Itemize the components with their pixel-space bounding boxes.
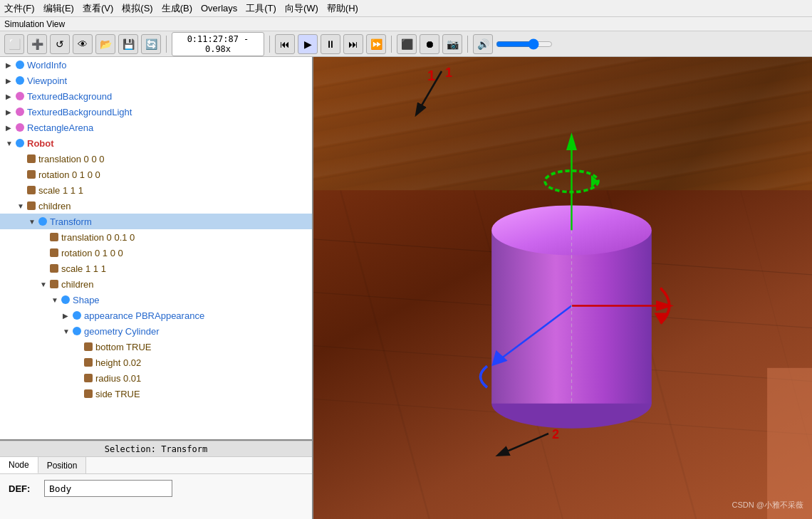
- selection-label: Selection: Transform: [0, 441, 312, 457]
- svg-text:1: 1: [445, 65, 452, 80]
- arrow-texturedbg: ▶: [6, 93, 14, 100]
- tree-robot[interactable]: ▼ Robot: [0, 135, 312, 151]
- properties-panel: Selection: Transform Node Position DEF:: [0, 441, 312, 519]
- tree-viewpoint[interactable]: ▶ Viewpoint: [0, 73, 312, 88]
- tb-add-btn[interactable]: ➕: [27, 34, 47, 54]
- label-children2: children: [61, 279, 94, 290]
- tree-children[interactable]: ▼ children: [0, 198, 312, 214]
- arrow-geometry: ▼: [63, 327, 71, 335]
- dot-scale2: [50, 264, 58, 273]
- tree-bottom[interactable]: bottom TRUE: [0, 339, 312, 355]
- tree-children2[interactable]: ▼ children: [0, 276, 312, 292]
- tb-reload-btn[interactable]: 🔄: [141, 34, 161, 54]
- dot-side: [84, 389, 93, 398]
- menu-file[interactable]: 文件(F): [4, 2, 35, 15]
- menu-tools[interactable]: 工具(T): [246, 2, 276, 15]
- tb-pause-btn[interactable]: ⏸: [321, 34, 340, 54]
- tree-scale2[interactable]: scale 1 1 1: [0, 261, 312, 276]
- tb-forward-btn[interactable]: ⏭: [343, 34, 363, 54]
- tab-node[interactable]: Node: [0, 457, 38, 473]
- dot-viewpoint: [16, 76, 24, 85]
- label-texturedbg: TexturedBackground: [27, 91, 112, 102]
- menu-overlays[interactable]: Overlays: [201, 3, 237, 14]
- svg-marker-14: [566, 132, 577, 150]
- tree-texturedbg[interactable]: ▶ TexturedBackground: [0, 88, 312, 104]
- menu-edit[interactable]: 编辑(E): [43, 2, 74, 15]
- tb-open-btn[interactable]: 📂: [95, 34, 115, 54]
- label-children: children: [38, 201, 71, 211]
- menu-view[interactable]: 查看(V): [83, 2, 113, 15]
- tree-radius[interactable]: radius 0.01: [0, 370, 312, 386]
- sep1: [166, 36, 167, 53]
- tb-rewind-btn[interactable]: ⏮: [275, 34, 295, 54]
- dot-texturedbglight: [16, 108, 24, 116]
- dot-geometry: [73, 327, 81, 335]
- label-translation000: translation 0 0 0: [38, 154, 105, 164]
- tree-rectanglearena[interactable]: ▶ RectangleArena: [0, 120, 312, 135]
- dot-bottom: [84, 342, 93, 351]
- tree-rot2[interactable]: rotation 0 1 0 0: [0, 245, 312, 261]
- dot-height: [84, 358, 93, 367]
- tb-screenshot-btn[interactable]: 📷: [442, 34, 462, 54]
- tb-sound-btn[interactable]: 🔊: [473, 34, 493, 54]
- tb-refresh-btn[interactable]: ↺: [50, 34, 70, 54]
- dot-rectanglearena: [16, 123, 24, 132]
- tree-transform[interactable]: ▼ Transform: [0, 214, 312, 229]
- tree-translation000[interactable]: translation 0 0 0: [0, 151, 312, 167]
- arrow-shape: ▼: [51, 296, 60, 304]
- props-content: DEF:: [0, 474, 312, 503]
- menu-wizard[interactable]: 向导(W): [285, 2, 318, 15]
- label-viewpoint: Viewpoint: [27, 75, 67, 86]
- dot-children2: [50, 280, 58, 288]
- def-label: DEF:: [9, 483, 37, 494]
- tree-rotation0100[interactable]: rotation 0 1 0 0: [0, 167, 312, 182]
- sep2: [269, 36, 270, 53]
- dot-rot2: [50, 248, 58, 257]
- menu-help[interactable]: 帮助(H): [327, 2, 358, 15]
- svg-line-25: [499, 434, 548, 455]
- tree-texturedbglight[interactable]: ▶ TexturedBackgroundLight: [0, 104, 312, 120]
- dot-shape: [61, 295, 70, 304]
- tb-fastforward-btn[interactable]: ⏩: [366, 34, 386, 54]
- scene-tree[interactable]: ▶ WorldInfo ▶ Viewpoint ▶ TexturedBackgr…: [0, 57, 312, 441]
- label-appearance: appearance PBRAppearance: [84, 310, 204, 321]
- sep3: [391, 36, 392, 53]
- tb-eye-btn[interactable]: 👁: [73, 34, 93, 54]
- sep4: [467, 36, 468, 53]
- tree-scale111[interactable]: scale 1 1 1: [0, 182, 312, 198]
- tb-record-btn[interactable]: ⬛: [397, 34, 417, 54]
- dot-translation000: [27, 154, 36, 163]
- svg-line-23: [417, 71, 442, 114]
- dot-worldinfo: [16, 61, 24, 69]
- tb-new-btn[interactable]: ⬜: [4, 34, 24, 54]
- watermark: CSDN @小雅不采薇: [732, 500, 803, 510]
- dot-transform: [38, 217, 47, 226]
- arrow-svg-1: 1: [385, 64, 470, 135]
- tb-recstop-btn[interactable]: ⏺: [420, 34, 439, 54]
- tb-save-btn[interactable]: 💾: [118, 34, 138, 54]
- toolbar: ⬜ ➕ ↺ 👁 📂 💾 🔄 0:11:27:87 - 0.98x ⏮ ▶ ⏸ ⏭…: [0, 31, 812, 57]
- def-input[interactable]: [44, 480, 172, 497]
- arrow-children2: ▼: [40, 281, 48, 288]
- tree-shape[interactable]: ▼ Shape: [0, 292, 312, 308]
- arrow-robot: ▼: [6, 140, 14, 147]
- tb-play-btn[interactable]: ▶: [298, 34, 318, 54]
- label-transform: Transform: [50, 216, 92, 227]
- arrow-appearance: ▶: [63, 312, 71, 320]
- menu-sim[interactable]: 模拟(S): [122, 2, 152, 15]
- label-scale2: scale 1 1 1: [61, 263, 106, 274]
- tree-geometry[interactable]: ▼ geometry Cylinder: [0, 323, 312, 339]
- tree-appearance[interactable]: ▶ appearance PBRAppearance: [0, 308, 312, 323]
- tree-height[interactable]: height 0.02: [0, 355, 312, 370]
- tree-side[interactable]: side TRUE: [0, 386, 312, 402]
- tab-position[interactable]: Position: [38, 457, 87, 473]
- tree-worldinfo[interactable]: ▶ WorldInfo: [0, 57, 312, 73]
- menu-build[interactable]: 生成(B): [162, 2, 192, 15]
- scene-view[interactable]: 1 1 2: [313, 57, 812, 519]
- dot-trans2: [50, 233, 58, 241]
- arrow-worldinfo: ▶: [6, 61, 14, 69]
- dot-texturedbg: [16, 92, 24, 100]
- speed-slider[interactable]: [496, 38, 553, 50]
- label-radius: radius 0.01: [95, 373, 141, 384]
- tree-trans2[interactable]: translation 0 0.1 0: [0, 229, 312, 245]
